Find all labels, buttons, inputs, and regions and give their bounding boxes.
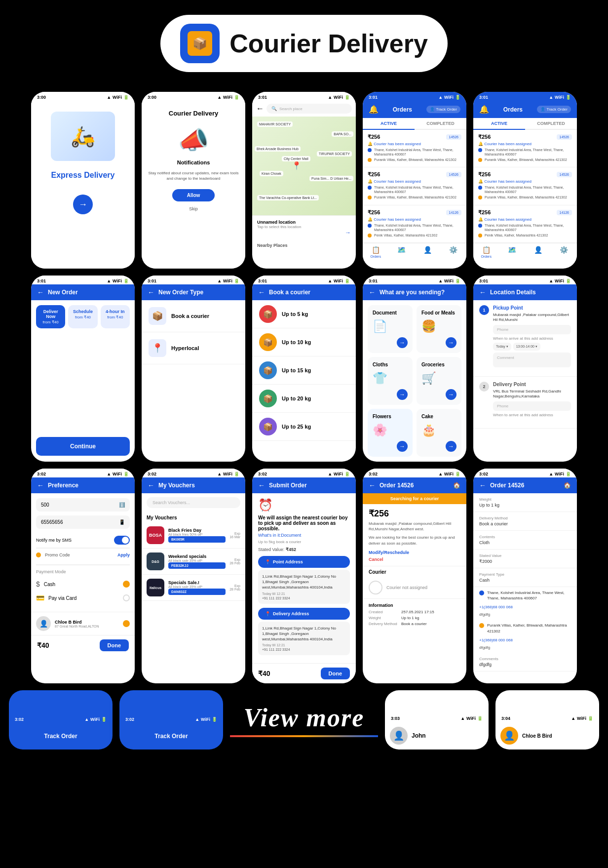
delivery-options: Deliver Now from ₹40 Schedule from ₹40 4…	[31, 300, 135, 333]
phones-row-3: 3:02 ▲WiFi🔋 ← Preference 500 ℹ️ 65565656…	[10, 469, 598, 683]
category-cloths[interactable]: Cloths 👕 →	[368, 357, 413, 405]
weight-input[interactable]: 500 ℹ️	[36, 498, 130, 512]
delivery-section: 2 Delivery Point VRL Bus Terminal Seshad…	[473, 377, 577, 429]
phone-order-14526: 3:02 ▲WiFi🔋 ← Order 14526 🏠 Searching fo…	[363, 469, 466, 683]
modify-link[interactable]: Modify/Reschedule	[363, 550, 466, 557]
orders-title: Orders	[393, 106, 412, 113]
back-btn-order-type[interactable]: ←	[148, 288, 154, 296]
back-btn-what-sending[interactable]: ←	[369, 288, 376, 296]
search-icon: 🔍	[271, 106, 277, 111]
back-btn-submit[interactable]: ←	[258, 481, 265, 489]
location-arrow[interactable]: →	[257, 229, 351, 236]
map-search-input[interactable]: 🔍 Search place	[266, 104, 352, 114]
pickup-time-select[interactable]: 13:00-14:00 ▾	[513, 343, 540, 351]
view-more-container: View more	[230, 690, 378, 750]
back-btn-book-courier[interactable]: ←	[258, 288, 265, 296]
back-btn-preference[interactable]: ←	[37, 481, 44, 489]
driver-radio[interactable]	[123, 620, 130, 627]
order-badge-1: 14526	[446, 134, 461, 140]
hyperlocal-type[interactable]: 📍 Hyperlocal	[142, 332, 245, 364]
pickup-comment[interactable]: Comment	[493, 353, 571, 367]
tab-active-2[interactable]: ACTIVE	[473, 118, 525, 130]
view-more-text[interactable]: View more	[244, 703, 365, 732]
nav-account[interactable]: ⚙️	[441, 246, 467, 258]
cash-option[interactable]: $ Cash	[36, 577, 130, 591]
category-groceries[interactable]: Groceries 🛒 →	[417, 357, 461, 405]
schedule-option[interactable]: Schedule from ₹40	[68, 305, 97, 328]
bell-icon-2: 🔔	[479, 105, 489, 114]
point-address-btn[interactable]: 📍 Point Address	[258, 556, 350, 568]
allow-button[interactable]: Allow	[172, 189, 215, 201]
weight-25kg[interactable]: 📦 Up to 25 kg	[252, 413, 356, 441]
back-arrow-map[interactable]: ←	[256, 104, 264, 113]
nav-track-2[interactable]: 🗺️	[499, 246, 526, 258]
phone-submit-order: 3:02 ▲WiFi🔋 ← Submit Order ⏰ We will ass…	[252, 469, 356, 683]
category-food[interactable]: Food or Meals 🍔 →	[417, 305, 461, 353]
nav-track[interactable]: 🗺️	[389, 246, 415, 258]
back-btn-vouchers[interactable]: ←	[148, 481, 154, 489]
weight-10kg[interactable]: 📦 Up to 10 kg	[252, 328, 356, 356]
phone-input[interactable]: 65565656 📱	[36, 515, 130, 529]
phones-row-1: 3:00 ▲WiFi🔋 🛵 Express Delivery → 3:00 ▲W…	[10, 92, 598, 269]
pickup-phone[interactable]: Phone	[493, 325, 571, 334]
map-label-7: Puna Sim... D Urban He...	[309, 176, 353, 181]
detail-delivery-section: Delivery Method Book a courier	[473, 512, 577, 531]
delivery-phone[interactable]: Phone	[493, 401, 571, 411]
category-cake[interactable]: Cake 🎂 →	[417, 409, 461, 457]
point-icon: 📍	[265, 559, 270, 564]
pickup-today-select[interactable]: Today ▾	[493, 343, 511, 351]
deliver-now-option[interactable]: Deliver Now from ₹40	[36, 305, 65, 328]
track-order-btn[interactable]: 👤 Track Order	[426, 106, 460, 113]
weight-20kg[interactable]: 📦 Up to 20 kg	[252, 385, 356, 413]
vouchers-title: My Vouchers	[158, 482, 195, 489]
order-badge-5: 14526	[557, 172, 572, 177]
back-btn-location[interactable]: ←	[479, 288, 486, 296]
nav-account-2[interactable]: ⚙️	[551, 246, 577, 258]
delivery-arrow-btn[interactable]: →	[73, 195, 93, 214]
tab-completed[interactable]: COMPLETED	[415, 118, 466, 129]
card-option[interactable]: 💳 Pay via Card	[36, 591, 130, 605]
voucher-3[interactable]: Italicus Specials Sale.! All black sale …	[142, 575, 245, 601]
weight-5kg[interactable]: 📦 Up to 5 kg	[252, 300, 356, 328]
preference-done-btn[interactable]: Done	[100, 639, 129, 651]
delivery-address-btn[interactable]: 📍 Delivery Address	[258, 608, 350, 620]
cash-radio	[123, 581, 130, 588]
back-btn-detail[interactable]: ←	[479, 481, 486, 489]
book-courier-type[interactable]: 📦 Book a courier	[142, 300, 245, 332]
weight-15kg[interactable]: 📦 Up to 15 kg	[252, 356, 356, 385]
john-avatar: 👤	[390, 727, 408, 745]
category-document[interactable]: Document 📄 →	[368, 305, 413, 353]
status-icons-5: ▲WiFi🔋	[549, 95, 571, 100]
detail-weight-value: Up to 1 kg	[479, 503, 571, 508]
nav-orders-2[interactable]: 📋Orders	[473, 246, 499, 258]
nav-profile-2[interactable]: 👤	[525, 246, 551, 258]
fourhour-option[interactable]: 4-hour In from ₹40	[101, 305, 130, 328]
voucher-1[interactable]: BOSA Black Fries Day All black fries 50%…	[142, 522, 245, 549]
track-order-btn-2[interactable]: 👤 Track Order	[537, 106, 571, 113]
nav-profile[interactable]: 👤	[415, 246, 441, 258]
category-flowers[interactable]: Flowers 🌸 →	[368, 409, 413, 457]
nav-orders[interactable]: 📋 Orders	[363, 246, 389, 258]
phone-book-courier: 3:01 ▲WiFi🔋 ← Book a courier 📦 Up to 5 k…	[252, 276, 356, 462]
status-bar-r2-3: 3:01 ▲WiFi🔋	[252, 276, 356, 284]
new-order-body	[31, 333, 135, 432]
voucher-2[interactable]: D&G Weekend specials All black sale 35% …	[142, 549, 245, 575]
sms-toggle[interactable]	[114, 536, 130, 545]
cancel-link[interactable]: Cancel	[363, 557, 466, 566]
cloths-arrow: →	[397, 389, 408, 400]
tab-active[interactable]: ACTIVE	[363, 118, 415, 130]
voucher-2-title: Weekend specials	[168, 554, 226, 559]
voucher-search-input[interactable]: Search Vouchers...	[147, 497, 240, 508]
driver-address: 87 Great North Road,ALTON	[55, 625, 99, 628]
cash-label: Cash	[44, 582, 119, 587]
delivery-address: VRL Bus Terminal Seshadri Rd,Gandhi Naga…	[493, 389, 571, 399]
back-btn-new-order[interactable]: ←	[37, 288, 44, 296]
phone-location-details: 3:01 ▲WiFi🔋 ← Location Details 1 Pickup …	[473, 276, 577, 462]
tab-completed-2[interactable]: COMPLETED	[525, 118, 577, 129]
back-btn-order[interactable]: ←	[369, 481, 376, 489]
continue-button[interactable]: Continue	[36, 437, 130, 456]
order-from-3: Thane, Kolshet Industrial Area, Thane We…	[368, 223, 461, 232]
skip-link[interactable]: Skip	[189, 206, 198, 211]
submit-done-btn[interactable]: Done	[321, 668, 350, 679]
apply-button[interactable]: Apply	[117, 552, 130, 557]
